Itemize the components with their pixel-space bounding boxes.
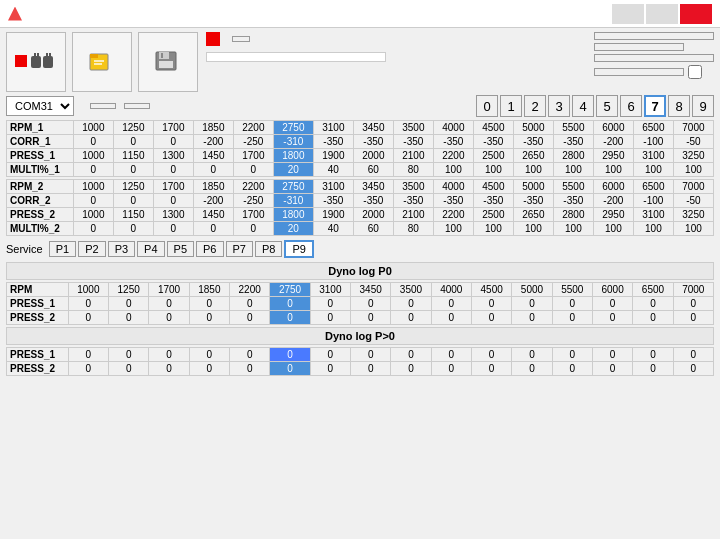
cell[interactable]: 0 bbox=[633, 297, 673, 311]
service-tab-p5[interactable]: P5 bbox=[167, 241, 194, 257]
cell[interactable]: 2500 bbox=[473, 149, 513, 163]
save-file-button[interactable] bbox=[138, 32, 198, 92]
cell[interactable]: 100 bbox=[473, 222, 513, 236]
cell[interactable]: 0 bbox=[270, 311, 310, 325]
cell[interactable]: 0 bbox=[189, 311, 229, 325]
cell[interactable]: -350 bbox=[553, 135, 593, 149]
cell[interactable]: 100 bbox=[633, 163, 673, 177]
cell[interactable]: 2100 bbox=[393, 208, 433, 222]
cell[interactable]: 4500 bbox=[473, 180, 513, 194]
cell[interactable]: 2200 bbox=[433, 208, 473, 222]
cell[interactable]: 100 bbox=[433, 163, 473, 177]
num-tab-9[interactable]: 9 bbox=[692, 95, 714, 117]
num-tab-4[interactable]: 4 bbox=[572, 95, 594, 117]
cell[interactable]: 0 bbox=[230, 362, 270, 376]
num-tab-1[interactable]: 1 bbox=[500, 95, 522, 117]
cell[interactable]: 3450 bbox=[353, 180, 393, 194]
cell[interactable]: 0 bbox=[512, 297, 552, 311]
cell[interactable]: 0 bbox=[471, 348, 511, 362]
cell[interactable]: -50 bbox=[673, 135, 713, 149]
cell[interactable]: 0 bbox=[189, 297, 229, 311]
minimize-button[interactable] bbox=[612, 4, 644, 24]
cell[interactable]: 0 bbox=[310, 362, 350, 376]
cell[interactable]: 3450 bbox=[351, 283, 391, 297]
cell[interactable]: 1700 bbox=[233, 149, 273, 163]
cell[interactable]: 0 bbox=[270, 297, 310, 311]
cell[interactable]: -350 bbox=[513, 194, 553, 208]
cell[interactable]: 0 bbox=[310, 311, 350, 325]
cell[interactable]: 0 bbox=[310, 348, 350, 362]
cell[interactable]: 1900 bbox=[313, 149, 353, 163]
cell[interactable]: 0 bbox=[431, 348, 471, 362]
set-rpm-button[interactable] bbox=[594, 32, 714, 40]
cell[interactable]: 2100 bbox=[393, 149, 433, 163]
cell[interactable]: 5500 bbox=[553, 180, 593, 194]
cell[interactable]: 0 bbox=[673, 297, 713, 311]
cell[interactable]: 100 bbox=[633, 222, 673, 236]
cell[interactable]: 7000 bbox=[673, 283, 713, 297]
cell[interactable]: 5500 bbox=[553, 121, 593, 135]
service-tab-p8[interactable]: P8 bbox=[255, 241, 282, 257]
cell[interactable]: 4000 bbox=[433, 180, 473, 194]
cell[interactable]: -200 bbox=[193, 135, 233, 149]
cell[interactable]: 0 bbox=[230, 311, 270, 325]
cell[interactable]: 20 bbox=[273, 163, 313, 177]
cell[interactable]: 0 bbox=[431, 297, 471, 311]
cell[interactable]: 1850 bbox=[189, 283, 229, 297]
cell[interactable]: 60 bbox=[353, 222, 393, 236]
cell[interactable]: 1450 bbox=[193, 208, 233, 222]
download-button[interactable] bbox=[90, 103, 116, 109]
cell[interactable]: 4500 bbox=[473, 121, 513, 135]
cell[interactable]: 1700 bbox=[233, 208, 273, 222]
cell[interactable]: 0 bbox=[109, 362, 149, 376]
num-tab-7[interactable]: 7 bbox=[644, 95, 666, 117]
cell[interactable]: 40 bbox=[313, 163, 353, 177]
cell[interactable]: 0 bbox=[149, 311, 189, 325]
cell[interactable]: 2950 bbox=[593, 208, 633, 222]
cell[interactable]: 0 bbox=[471, 362, 511, 376]
cell[interactable]: -250 bbox=[233, 135, 273, 149]
cell[interactable]: 0 bbox=[153, 163, 193, 177]
cell[interactable]: 1700 bbox=[149, 283, 189, 297]
cell[interactable]: 6500 bbox=[633, 121, 673, 135]
cell[interactable]: 1800 bbox=[273, 149, 313, 163]
cell[interactable]: -250 bbox=[233, 194, 273, 208]
cell[interactable]: 0 bbox=[471, 297, 511, 311]
cell[interactable]: 1850 bbox=[193, 180, 233, 194]
copy12-checkbox[interactable] bbox=[688, 65, 702, 79]
cell[interactable]: 100 bbox=[553, 163, 593, 177]
cell[interactable]: 0 bbox=[109, 297, 149, 311]
cell[interactable]: 3100 bbox=[313, 180, 353, 194]
cell[interactable]: 0 bbox=[633, 311, 673, 325]
cell[interactable]: 100 bbox=[553, 222, 593, 236]
cell[interactable]: 100 bbox=[673, 222, 713, 236]
cell[interactable]: 2000 bbox=[353, 208, 393, 222]
cell[interactable]: 3250 bbox=[673, 149, 713, 163]
cell[interactable]: 1700 bbox=[153, 180, 193, 194]
cell[interactable]: 0 bbox=[351, 311, 391, 325]
cell[interactable]: 0 bbox=[592, 311, 632, 325]
cell[interactable]: 7000 bbox=[673, 180, 713, 194]
cell[interactable]: -350 bbox=[433, 135, 473, 149]
cell[interactable]: -310 bbox=[273, 135, 313, 149]
cell[interactable]: 0 bbox=[633, 348, 673, 362]
cell[interactable]: 0 bbox=[109, 348, 149, 362]
cell[interactable]: 1850 bbox=[193, 121, 233, 135]
cell[interactable]: 0 bbox=[512, 362, 552, 376]
cell[interactable]: 1300 bbox=[153, 208, 193, 222]
cell[interactable]: 5000 bbox=[512, 283, 552, 297]
cell[interactable]: 6000 bbox=[593, 180, 633, 194]
cell[interactable]: 0 bbox=[552, 311, 592, 325]
cell[interactable]: 0 bbox=[149, 362, 189, 376]
cell[interactable]: -200 bbox=[193, 194, 233, 208]
cell[interactable]: 6500 bbox=[633, 180, 673, 194]
cell[interactable]: -350 bbox=[473, 194, 513, 208]
cell[interactable]: -200 bbox=[593, 135, 633, 149]
cell[interactable]: 0 bbox=[592, 297, 632, 311]
cell[interactable]: 0 bbox=[73, 194, 113, 208]
cell[interactable]: 5000 bbox=[513, 121, 553, 135]
cell[interactable]: 3500 bbox=[391, 283, 431, 297]
cell[interactable]: 3100 bbox=[310, 283, 350, 297]
service-tab-p6[interactable]: P6 bbox=[196, 241, 223, 257]
cell[interactable]: 100 bbox=[513, 222, 553, 236]
